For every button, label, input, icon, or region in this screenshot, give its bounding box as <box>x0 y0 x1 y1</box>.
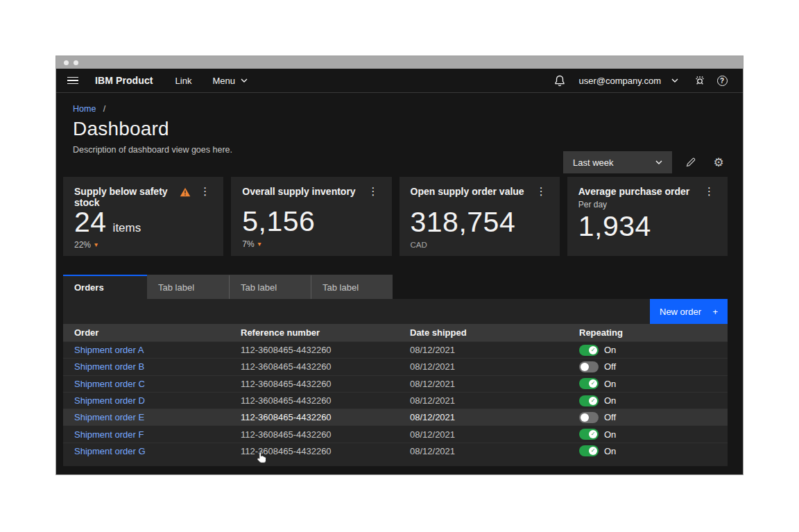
gear-glyph: ⚙ <box>713 155 723 169</box>
new-order-label: New order <box>660 307 701 317</box>
user-menu-chevron-icon[interactable] <box>665 71 685 90</box>
card-caption: CAD <box>411 241 549 249</box>
theme-awake-icon[interactable] <box>690 71 710 90</box>
card-delta-value: 7% <box>242 239 254 249</box>
overflow-menu-icon[interactable]: ⋮ <box>198 187 212 197</box>
toggle-check-icon: ✓ <box>589 346 597 354</box>
card-subtitle: Per day <box>578 200 702 209</box>
hamburger-menu-icon[interactable] <box>67 77 78 85</box>
nav-link[interactable]: Link <box>175 76 192 86</box>
card-value: 1,934 <box>578 212 651 241</box>
toggle-label: On <box>604 345 616 355</box>
breadcrumb-home-link[interactable]: Home <box>73 104 96 114</box>
delta-down-icon: ▾ <box>94 241 98 248</box>
card-title: Overall supply inventory <box>242 186 366 197</box>
tab-label-2[interactable]: Tab label <box>229 275 311 299</box>
order-link[interactable]: Shipment order D <box>74 395 145 406</box>
user-email[interactable]: user@company.com <box>579 76 661 86</box>
order-link[interactable]: Shipment order F <box>74 429 144 440</box>
order-link[interactable]: Shipment order C <box>74 379 145 389</box>
reference-cell: 112-3608465-4432260 <box>230 345 399 355</box>
page-title: Dashboard <box>73 118 728 140</box>
overflow-menu-icon[interactable]: ⋮ <box>534 187 549 197</box>
table-header-row: Order Reference number Date shipped Repe… <box>63 324 728 341</box>
tab-label: Tab label <box>323 282 359 293</box>
reference-cell: 112-3608465-4432260 <box>230 446 399 456</box>
tab-orders[interactable]: Orders <box>63 275 147 299</box>
delta-down-icon: ▾ <box>258 241 261 248</box>
date-cell: 08/12/2021 <box>399 412 568 422</box>
nav-menu-label: Menu <box>212 76 235 86</box>
reference-cell: 112-3608465-4432260 <box>230 361 399 372</box>
tab-label-3[interactable]: Tab label <box>311 275 393 299</box>
toggle-label: On <box>604 379 616 389</box>
column-header-order[interactable]: Order <box>63 327 230 338</box>
date-cell: 08/12/2021 <box>399 361 568 372</box>
overflow-menu-icon[interactable]: ⋮ <box>366 187 381 197</box>
repeating-toggle[interactable] <box>579 361 599 372</box>
toggle-check-icon: ✓ <box>589 430 597 438</box>
date-cell: 08/12/2021 <box>399 429 568 440</box>
settings-gear-icon[interactable]: ⚙ <box>710 153 728 171</box>
help-icon[interactable]: ? <box>712 71 732 90</box>
breadcrumb: Home / <box>73 104 728 114</box>
table-row[interactable]: Shipment order D 112-3608465-4432260 08/… <box>63 392 728 409</box>
repeating-toggle[interactable]: ✓ <box>579 395 599 406</box>
app-header: IBM Product Link Menu user@company.com <box>56 69 743 93</box>
window-titlebar[interactable] <box>56 56 743 69</box>
column-header-date[interactable]: Date shipped <box>399 327 568 338</box>
table-row[interactable]: Shipment order C 112-3608465-4432260 08/… <box>63 375 728 392</box>
repeating-toggle[interactable]: ✓ <box>579 445 599 456</box>
column-header-reference[interactable]: Reference number <box>230 327 399 338</box>
chevron-down-icon <box>655 160 662 164</box>
tab-label: Tab label <box>158 282 194 293</box>
card-open-supply-order-value: Open supply order value ⋮ 318,754 CAD <box>400 177 560 256</box>
card-title: Average purchase order <box>578 186 702 197</box>
app-window: IBM Product Link Menu user@company.com <box>55 55 744 475</box>
overflow-menu-icon[interactable]: ⋮ <box>702 187 716 197</box>
dashboard-page: Home / Dashboard Description of dashboar… <box>56 93 743 466</box>
date-cell: 08/12/2021 <box>399 446 568 456</box>
breadcrumb-separator: / <box>103 104 105 114</box>
new-order-button[interactable]: New order + <box>650 299 728 324</box>
time-range-value: Last week <box>573 157 614 168</box>
card-title: Open supply order value <box>411 186 534 197</box>
repeating-toggle[interactable]: ✓ <box>579 429 599 440</box>
card-title: Supply below safety stock <box>74 186 180 208</box>
orders-table: New order + Order Reference number Date … <box>63 299 728 466</box>
toggle-label: On <box>604 395 616 406</box>
table-row[interactable]: Shipment order G 112-3608465-4432260 08/… <box>63 443 728 459</box>
toggle-check-icon: ✓ <box>589 379 597 388</box>
date-cell: 08/12/2021 <box>399 379 568 389</box>
window-control-dot[interactable] <box>74 60 78 65</box>
table-row[interactable]: Shipment order B 112-3608465-4432260 08/… <box>63 358 728 375</box>
date-cell: 08/12/2021 <box>399 395 568 406</box>
toggle-label: On <box>604 429 616 440</box>
tab-label-1[interactable]: Tab label <box>147 275 229 299</box>
card-supply-below-safety-stock: Supply below safety stock ⋮ 24 items 2 <box>63 177 223 256</box>
repeating-toggle[interactable]: ✓ <box>579 345 599 356</box>
notifications-bell-icon[interactable] <box>550 71 569 90</box>
edit-pencil-icon[interactable] <box>682 153 700 171</box>
order-link[interactable]: Shipment order A <box>74 345 144 355</box>
toggle-label: Off <box>604 412 616 422</box>
table-row-hovered[interactable]: Shipment order E 112-3608465-4432260 08/… <box>63 409 728 425</box>
warning-triangle-icon <box>180 187 191 197</box>
tab-bar: Orders Tab label Tab label Tab label <box>63 275 728 299</box>
table-row[interactable]: Shipment order F 112-3608465-4432260 08/… <box>63 425 728 442</box>
table-row[interactable]: Shipment order A 112-3608465-4432260 08/… <box>63 341 728 358</box>
window-control-dot[interactable] <box>64 60 69 65</box>
repeating-toggle[interactable] <box>579 412 599 423</box>
order-link[interactable]: Shipment order E <box>74 412 144 422</box>
repeating-toggle[interactable]: ✓ <box>579 378 599 389</box>
time-range-dropdown[interactable]: Last week <box>563 151 672 173</box>
toggle-label: On <box>604 446 616 456</box>
order-link[interactable]: Shipment order G <box>74 446 146 456</box>
card-value: 24 <box>74 208 107 237</box>
card-value: 5,156 <box>242 207 315 236</box>
nav-menu[interactable]: Menu <box>212 76 248 86</box>
column-header-repeating[interactable]: Repeating <box>568 327 728 338</box>
reference-cell: 112-3608465-4432260 <box>230 412 399 422</box>
toggle-check-icon: ✓ <box>589 447 597 455</box>
order-link[interactable]: Shipment order B <box>74 361 144 372</box>
